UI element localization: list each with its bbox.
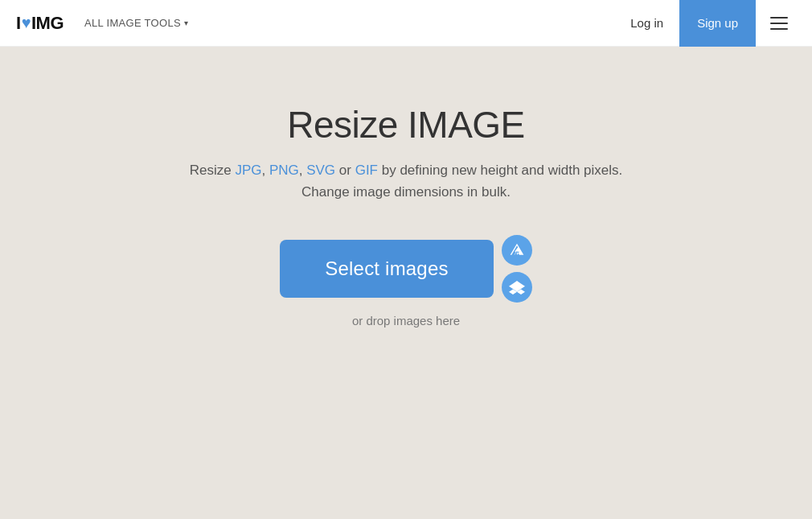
all-tools-button[interactable]: ALL IMAGE TOOLS ▾	[80, 14, 193, 32]
format-gif-link[interactable]: GIF	[355, 163, 378, 178]
format-png-link[interactable]: PNG	[269, 163, 299, 178]
signup-button[interactable]: Sign up	[679, 0, 756, 47]
header: I ♥ IMG ALL IMAGE TOOLS ▾ Log in Sign up	[0, 0, 812, 47]
chevron-down-icon: ▾	[184, 19, 188, 27]
google-drive-upload-button[interactable]	[502, 235, 532, 266]
comma-2: ,	[299, 163, 306, 178]
page-title: Resize IMAGE	[287, 103, 525, 146]
header-right: Log in Sign up	[614, 0, 799, 47]
select-images-button[interactable]: Select images	[280, 240, 493, 298]
logo[interactable]: I ♥ IMG	[16, 13, 64, 34]
login-button[interactable]: Log in	[614, 10, 679, 36]
logo-img: IMG	[31, 13, 64, 34]
dropbox-icon	[509, 279, 525, 295]
main-content: Resize IMAGE Resize JPG, PNG, SVG or GIF…	[0, 47, 812, 327]
subtitle-suffix: by defining new height and width pixels.	[378, 163, 622, 178]
dropbox-upload-button[interactable]	[502, 272, 532, 303]
menu-bar-2	[770, 23, 788, 24]
subtitle-line2: Change image dimensions in bulk.	[301, 184, 511, 200]
header-left: I ♥ IMG ALL IMAGE TOOLS ▾	[16, 13, 193, 34]
logo-heart-icon: ♥	[22, 14, 31, 32]
subtitle: Resize JPG, PNG, SVG or GIF by defining …	[190, 159, 623, 203]
format-svg-link[interactable]: SVG	[306, 163, 335, 178]
subtitle-prefix: Resize	[190, 163, 236, 178]
menu-bar-1	[770, 17, 788, 19]
google-drive-icon	[509, 242, 525, 258]
logo-i: I	[16, 13, 21, 34]
format-jpg-link[interactable]: JPG	[235, 163, 261, 178]
all-tools-label: ALL IMAGE TOOLS	[84, 17, 181, 29]
comma-1: ,	[261, 163, 269, 178]
menu-bar-3	[770, 28, 788, 30]
drop-text: or drop images here	[352, 314, 460, 327]
menu-button[interactable]	[759, 10, 799, 36]
upload-area: Select images	[280, 235, 531, 303]
subtitle-or: or	[335, 163, 355, 178]
upload-icons-group	[502, 235, 532, 303]
